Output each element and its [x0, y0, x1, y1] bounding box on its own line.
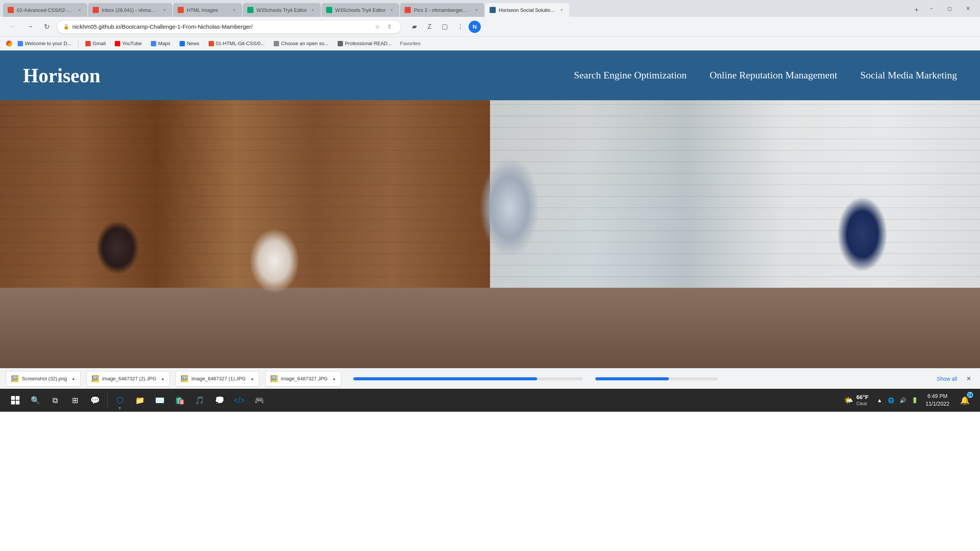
- tab-favicon-tab7: [490, 7, 496, 13]
- close-downloads-button[interactable]: ✕: [963, 373, 974, 384]
- tab-tab5[interactable]: W3Schools Tryit Editor×: [322, 3, 400, 17]
- download-item-4[interactable]: 🖼️ image_6487327.JPG ▲: [265, 371, 341, 386]
- tray-chevron-icon[interactable]: ▲: [875, 396, 884, 405]
- tab-tab1[interactable]: 02-Advanced-CSS/02-Challeng...×: [3, 3, 87, 17]
- back-button[interactable]: ←: [6, 20, 20, 34]
- close-window-button[interactable]: ✕: [959, 2, 977, 15]
- spotify-button[interactable]: 🎵: [190, 391, 209, 409]
- tab-close-tab3[interactable]: ×: [231, 7, 237, 13]
- reload-button[interactable]: ↻: [40, 20, 54, 34]
- bookmark-gmail[interactable]: Gmail: [82, 39, 109, 49]
- downloads-right: Show all ✕: [934, 373, 974, 384]
- tab-tab7[interactable]: Horiseon Social Solution Services×: [485, 3, 569, 17]
- tab-close-tab4[interactable]: ×: [310, 7, 316, 13]
- tab-label-tab3: HTML Images: [187, 7, 228, 13]
- restore-button[interactable]: ◻: [941, 2, 959, 15]
- bookmarks-bar: Welcome to your D... Gmail YouTube Maps …: [0, 37, 980, 51]
- nav-smm[interactable]: Social Media Marketing: [860, 70, 957, 81]
- widgets-button[interactable]: ⊞: [66, 391, 84, 409]
- bookmark-news[interactable]: News: [176, 39, 203, 49]
- bookmark-news-label: News: [187, 41, 199, 46]
- download-name-2: image_6487327 (2).JPG: [102, 376, 157, 381]
- favorites-label: Favorites: [400, 41, 420, 46]
- weather-widget[interactable]: 🌤️ 66°F Clear: [840, 392, 872, 408]
- share-button[interactable]: ⇧: [384, 21, 395, 32]
- bookmark-gmail-label: Gmail: [93, 41, 106, 46]
- tray-battery-icon[interactable]: 🔋: [910, 396, 920, 405]
- zbar-button[interactable]: Z: [423, 20, 436, 34]
- tab-close-tab5[interactable]: ×: [389, 7, 395, 13]
- address-bar[interactable]: 🔒 nickhm05.github.io/Bootcamp-Challenge-…: [57, 20, 401, 34]
- new-tab-button[interactable]: +: [911, 5, 922, 15]
- bookmark-youtube[interactable]: YouTube: [111, 39, 145, 49]
- explorer-button[interactable]: 📁: [131, 391, 149, 409]
- start-icon-cell: [16, 401, 20, 404]
- tab-label-tab5: W3Schools Tryit Editor: [335, 7, 386, 13]
- profile-button[interactable]: N: [469, 21, 481, 33]
- nav-seo[interactable]: Search Engine Optimization: [574, 70, 687, 81]
- bookmark-readme[interactable]: Professional READ...: [334, 39, 395, 49]
- tray-network-icon[interactable]: 🌐: [886, 396, 896, 405]
- site-nav: Search Engine Optimization Online Reputa…: [574, 70, 957, 81]
- tab-label-tab2: Inbox (28,041) - nhmamberger...: [102, 7, 158, 13]
- nav-orm[interactable]: Online Reputation Management: [710, 70, 838, 81]
- tab-tab2[interactable]: Inbox (28,041) - nhmamberger...×: [88, 3, 172, 17]
- weather-condition: Clear: [856, 401, 869, 407]
- site-logo: Horiseon: [23, 64, 100, 87]
- weather-icon: 🌤️: [844, 396, 853, 405]
- edge-button[interactable]: ⬡: [111, 391, 129, 409]
- downloads-bar: 🖼️ Screenshot (32).png ▲ 🖼️ image_648732…: [0, 368, 980, 389]
- download-item-1[interactable]: 🖼️ Screenshot (32).png ▲: [6, 371, 80, 386]
- tab-close-tab1[interactable]: ×: [77, 7, 83, 13]
- bookmark-welcome-label: Welcome to your D...: [25, 41, 71, 46]
- tab-close-tab7[interactable]: ×: [559, 7, 565, 13]
- bookmark-news-favicon: [180, 41, 185, 46]
- tray-volume-icon[interactable]: 🔊: [898, 396, 908, 405]
- bookmark-opensource[interactable]: Choose an open so...: [270, 39, 332, 49]
- steam-button[interactable]: 🎮: [250, 391, 268, 409]
- show-all-button[interactable]: Show all: [934, 374, 960, 383]
- more-button[interactable]: ⋮: [453, 20, 467, 34]
- discord-button[interactable]: 💭: [210, 391, 229, 409]
- taskview-button[interactable]: ⧉: [46, 391, 64, 409]
- bookmark-welcome[interactable]: Welcome to your D...: [14, 39, 75, 49]
- tab-favicon-tab5: [326, 7, 332, 13]
- browser-frame: 02-Advanced-CSS/02-Challeng...×Inbox (28…: [0, 0, 980, 389]
- download-icon-1: 🖼️: [11, 375, 19, 382]
- notification-button[interactable]: 🔔 24: [956, 391, 974, 409]
- search-taskbar-button[interactable]: 🔍: [26, 391, 44, 409]
- tab-tab4[interactable]: W3Schools Tryit Editor×: [243, 3, 321, 17]
- bookmark-htmlcss[interactable]: 01-HTML-Git-CSS/0...: [205, 39, 269, 49]
- lock-icon: 🔒: [63, 24, 69, 29]
- download-item-3[interactable]: 🖼️ image_6487327 (1).JPG ▲: [176, 371, 259, 386]
- tab-favicon-tab6: [405, 7, 411, 13]
- progress-bar-fill-2: [595, 377, 669, 380]
- bookmark-yt-favicon: [115, 41, 120, 46]
- clock-area[interactable]: 6:49 PM 11/1/2022: [923, 391, 952, 409]
- weather-temp: 66°F: [856, 393, 869, 401]
- tab-close-tab2[interactable]: ×: [162, 7, 168, 13]
- puzzle-button[interactable]: ▢: [438, 20, 452, 34]
- chat-button[interactable]: 💬: [86, 391, 104, 409]
- address-icons: ☆ ⇧: [372, 21, 395, 32]
- extensions-button[interactable]: ▰: [407, 20, 421, 34]
- tab-favicon-tab3: [178, 7, 184, 13]
- tab-close-tab6[interactable]: ×: [474, 7, 480, 13]
- forward-button[interactable]: →: [23, 20, 37, 34]
- vscode-button[interactable]: </>: [230, 391, 248, 409]
- download-name-4: image_6487327.JPG: [281, 376, 328, 381]
- tab-tab3[interactable]: HTML Images×: [173, 3, 242, 17]
- start-button[interactable]: [6, 391, 24, 409]
- download-icon-3: 🖼️: [181, 375, 188, 382]
- tab-tab6[interactable]: Pics 2 - nhmamberger@gm...×: [400, 3, 484, 17]
- bookmark-star-button[interactable]: ☆: [372, 21, 382, 32]
- address-bar-row: ← → ↻ 🔒 nickhm05.github.io/Bootcamp-Chal…: [0, 17, 980, 37]
- store-button[interactable]: 🛍️: [170, 391, 189, 409]
- bookmark-readme-favicon: [338, 41, 343, 46]
- bookmark-maps[interactable]: Maps: [147, 39, 174, 49]
- tab-favicon-tab4: [247, 7, 253, 13]
- download-item-2[interactable]: 🖼️ image_6487327 (2).JPG ▲: [87, 371, 170, 386]
- window-controls: − ◻ ✕: [923, 2, 977, 15]
- minimize-button[interactable]: −: [923, 2, 940, 15]
- mail-button[interactable]: ✉️: [150, 391, 169, 409]
